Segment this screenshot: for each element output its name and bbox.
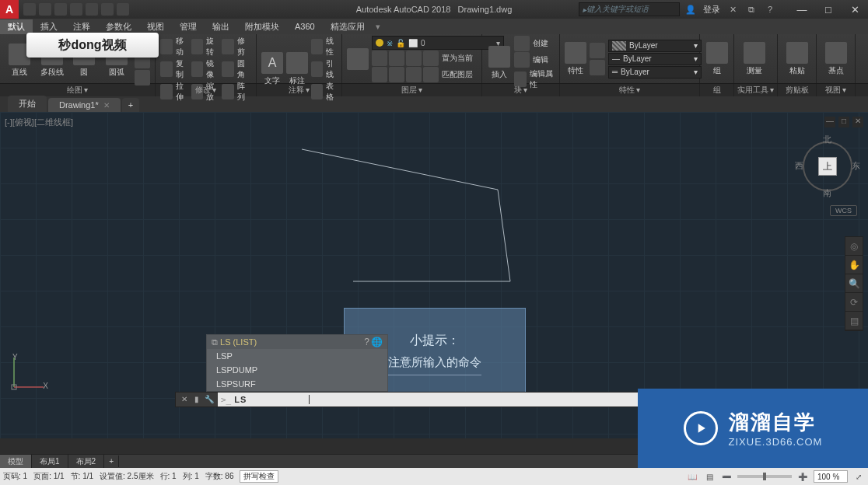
- app-logo-icon[interactable]: A: [0, 0, 19, 19]
- minimize-button[interactable]: —: [789, 2, 815, 17]
- dim-button[interactable]: 标注: [286, 51, 308, 87]
- navbar-zoom-icon[interactable]: 🔍: [845, 274, 863, 293]
- tab-view[interactable]: 视图: [139, 19, 172, 34]
- panel-label-modify[interactable]: 修改 ▾: [156, 84, 257, 96]
- matchprop-btn[interactable]: [590, 43, 605, 58]
- panel-label-annot[interactable]: 注释 ▾: [257, 84, 342, 96]
- navbar-orbit-icon[interactable]: ⟳: [845, 293, 863, 312]
- blockedit-icon[interactable]: [514, 52, 530, 68]
- help-search-input[interactable]: ▸ 键入关键字或短语: [579, 2, 680, 16]
- layerunlock-icon[interactable]: [406, 67, 422, 82]
- qat-saveas-icon[interactable]: [70, 3, 82, 16]
- close-button[interactable]: ✕: [842, 2, 868, 17]
- panel-label-layer[interactable]: 图层 ▾: [342, 84, 482, 96]
- tab-addins[interactable]: 附加模块: [237, 19, 287, 34]
- autocomplete-header[interactable]: ⧉ LS (LIST) ?🌐: [207, 335, 387, 349]
- linetype-dropdown[interactable]: ═ByLayer▾: [608, 66, 702, 79]
- doc-tab-drawing1[interactable]: Drawing1*✕: [48, 98, 121, 112]
- tab-annotate[interactable]: 注释: [65, 19, 98, 34]
- status-spellcheck[interactable]: 拼写检查: [240, 470, 278, 483]
- layerfrz-icon[interactable]: [406, 51, 422, 66]
- layermatch0-icon[interactable]: [423, 67, 439, 82]
- autocomplete-item[interactable]: LSP: [207, 349, 387, 363]
- signin-label[interactable]: 登录: [703, 4, 720, 16]
- blockcreate-icon[interactable]: [514, 36, 530, 51]
- autodesk360-icon[interactable]: ⧉: [745, 3, 758, 16]
- rotate-icon[interactable]: [191, 39, 204, 54]
- layer-props-button[interactable]: [347, 41, 369, 77]
- viewcube-east[interactable]: 东: [852, 160, 860, 172]
- qat-plot-icon[interactable]: [86, 3, 98, 16]
- group-button[interactable]: 组: [705, 41, 729, 77]
- lineweight-dropdown[interactable]: —ByLayer▾: [608, 53, 702, 65]
- cmd-close-icon[interactable]: ✕: [179, 394, 190, 405]
- command-line[interactable]: ✕ ▮ 🔧 >_ LS ▴: [175, 392, 656, 407]
- insert-block-button[interactable]: 插入: [487, 45, 511, 81]
- viewport-label[interactable]: [-][俯视][二维线框]: [5, 117, 73, 128]
- cmd-handle-icon[interactable]: ▮: [191, 394, 202, 405]
- panel-label-block[interactable]: 块 ▾: [482, 84, 560, 96]
- viewcube-south[interactable]: 南: [823, 187, 831, 199]
- qat-new-icon[interactable]: [23, 3, 36, 16]
- properties-button[interactable]: 特性: [565, 41, 586, 77]
- viewcube-north[interactable]: 北: [823, 134, 831, 145]
- mirror-icon[interactable]: [191, 61, 204, 77]
- sb-zoom-out-icon[interactable]: ➖: [720, 471, 733, 482]
- sb-expand-icon[interactable]: ⤢: [852, 471, 865, 482]
- tab-default[interactable]: 默认: [0, 19, 33, 34]
- layout-tab-layout2[interactable]: 布局2: [68, 455, 105, 469]
- layeron-icon[interactable]: [372, 67, 387, 82]
- color-dropdown[interactable]: ByLayer▾: [608, 40, 702, 52]
- text-button[interactable]: A文字: [261, 51, 283, 87]
- panel-label-view[interactable]: 视图 ▾: [817, 84, 856, 96]
- tab-overflow-icon[interactable]: ▾: [376, 22, 380, 32]
- qat-open-icon[interactable]: [39, 3, 51, 16]
- paste-button[interactable]: 粘贴: [782, 41, 811, 77]
- doc-tab-start[interactable]: 开始: [8, 96, 47, 112]
- tab-output[interactable]: 输出: [205, 19, 237, 34]
- tab-insert[interactable]: 插入: [33, 19, 65, 34]
- layeriso-icon[interactable]: [372, 51, 387, 66]
- viewcube[interactable]: 北 南 西 东 上: [796, 135, 859, 197]
- tab-close-icon[interactable]: ✕: [103, 101, 110, 110]
- layerthw-icon[interactable]: [389, 67, 404, 82]
- command-input[interactable]: >_ LS: [218, 393, 642, 406]
- vp-max-icon[interactable]: □: [838, 117, 849, 127]
- viewcube-top-face[interactable]: 上: [818, 157, 837, 176]
- linear-dim-icon[interactable]: [311, 39, 323, 54]
- sb-book-icon[interactable]: 📖: [686, 471, 698, 482]
- fillet-icon[interactable]: [222, 61, 234, 77]
- doc-tab-new[interactable]: +: [122, 98, 139, 112]
- autocomplete-item[interactable]: LSPDUMP: [207, 363, 387, 377]
- qat-undo-icon[interactable]: [101, 3, 114, 16]
- zoom-value[interactable]: 100 %: [814, 470, 848, 483]
- sb-layout-icon[interactable]: ▤: [703, 471, 716, 482]
- navbar-showmotion-icon[interactable]: ▤: [845, 312, 863, 330]
- panel-label-props[interactable]: 特性 ▾: [560, 84, 700, 96]
- wcs-badge[interactable]: WCS: [830, 205, 857, 216]
- tab-a360[interactable]: A360: [287, 20, 323, 33]
- autocomplete-item[interactable]: LSPSURF: [207, 377, 387, 391]
- sb-zoom-in-icon[interactable]: ➕: [796, 471, 809, 482]
- qat-redo-icon[interactable]: [117, 3, 129, 16]
- proplist-icon[interactable]: [590, 60, 605, 75]
- panel-label-clip[interactable]: 剪贴板: [778, 84, 817, 96]
- vp-min-icon[interactable]: —: [824, 117, 835, 127]
- basepoint-button[interactable]: 基点: [821, 41, 850, 77]
- copy-icon[interactable]: [160, 61, 173, 77]
- navbar-wheel-icon[interactable]: ◎: [845, 237, 863, 256]
- tab-parametric[interactable]: 参数化: [98, 19, 139, 34]
- help-icon[interactable]: ?: [764, 3, 776, 16]
- viewcube-west[interactable]: 西: [795, 160, 803, 172]
- move-icon[interactable]: [160, 39, 173, 54]
- maximize-button[interactable]: □: [815, 2, 842, 17]
- tab-manage[interactable]: 管理: [172, 19, 205, 34]
- ellipse-icon[interactable]: [135, 70, 150, 85]
- layout-tab-model[interactable]: 模型: [0, 455, 32, 469]
- panel-label-group[interactable]: 组: [700, 84, 734, 96]
- panel-label-draw[interactable]: 绘图 ▾: [0, 84, 156, 96]
- layout-tab-layout1[interactable]: 布局1: [32, 455, 68, 469]
- leader-icon[interactable]: [311, 61, 323, 77]
- ac-globe-icon[interactable]: 🌐: [371, 337, 383, 347]
- navbar-pan-icon[interactable]: ✋: [845, 256, 863, 274]
